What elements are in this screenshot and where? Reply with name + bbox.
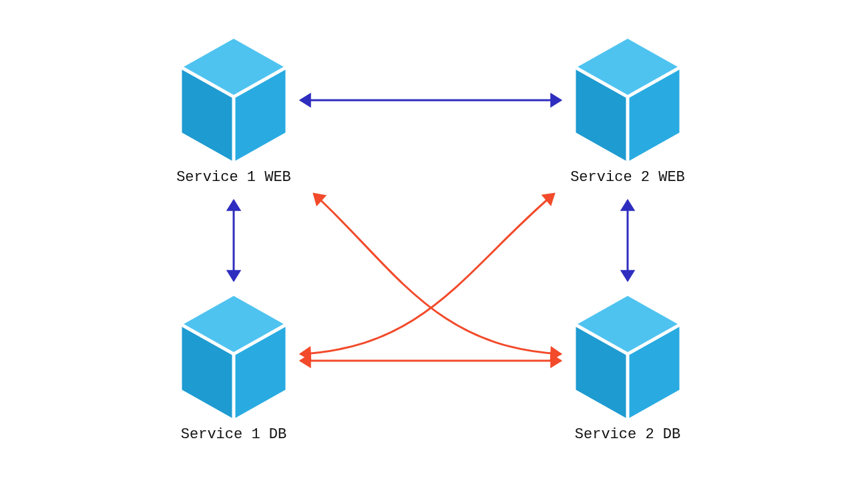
node-label: Service 2 WEB bbox=[568, 169, 688, 186]
node-label: Service 1 WEB bbox=[174, 169, 294, 186]
cube-icon bbox=[568, 30, 688, 164]
node-service1-web: Service 1 WEB bbox=[174, 30, 294, 186]
diagram-canvas: Service 1 WEB Service 2 WEB Service 1 DB bbox=[0, 0, 868, 497]
node-label: Service 1 DB bbox=[174, 426, 294, 443]
node-service2-web: Service 2 WEB bbox=[568, 30, 688, 186]
cube-icon bbox=[174, 287, 294, 421]
edge-s1db-s2web bbox=[300, 194, 554, 354]
node-service2-db: Service 2 DB bbox=[568, 287, 688, 443]
node-label: Service 2 DB bbox=[568, 426, 688, 443]
cube-icon bbox=[174, 30, 294, 164]
edges-layer bbox=[0, 0, 868, 497]
edge-s2db-s1web bbox=[314, 194, 561, 354]
cube-icon bbox=[568, 287, 688, 421]
node-service1-db: Service 1 DB bbox=[174, 287, 294, 443]
